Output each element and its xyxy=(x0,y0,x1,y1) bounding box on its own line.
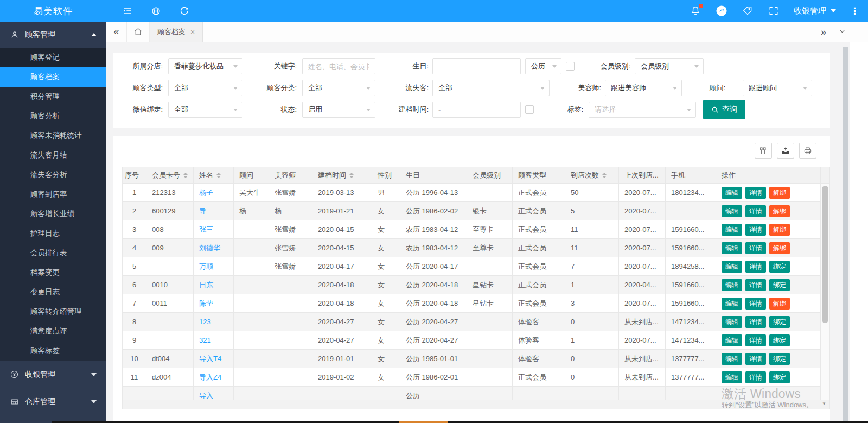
bell-icon[interactable] xyxy=(690,5,701,17)
action-button[interactable]: 详情 xyxy=(745,187,766,199)
sidebar-item[interactable]: 顾客标签 xyxy=(0,341,106,361)
sidebar-item[interactable]: 顾客未消耗统计 xyxy=(0,126,106,146)
column-settings-icon[interactable] xyxy=(755,143,772,159)
action-button[interactable]: 绑定 xyxy=(769,261,790,273)
action-button[interactable]: 详情 xyxy=(745,224,766,236)
fullscreen-icon[interactable] xyxy=(768,5,780,17)
action-button[interactable]: 绑定 xyxy=(769,334,790,346)
action-button[interactable]: 编辑 xyxy=(722,371,742,383)
action-button[interactable]: 解绑 xyxy=(769,205,790,217)
action-button[interactable]: 详情 xyxy=(745,353,766,365)
home-tab-button[interactable] xyxy=(127,22,150,42)
sidebar-item[interactable]: 变更日志 xyxy=(0,282,106,302)
action-button[interactable]: 详情 xyxy=(745,371,766,383)
customer-category-select[interactable]: 全部 xyxy=(302,80,375,96)
more-icon[interactable]: ⋮ xyxy=(850,5,859,17)
action-button[interactable]: 编辑 xyxy=(722,316,742,328)
col-header-card[interactable]: 会员卡号 xyxy=(146,167,194,184)
sort-icon[interactable] xyxy=(216,173,221,178)
branch-select[interactable]: 香菲蔓莎化妆品 xyxy=(168,58,242,74)
customer-name-link[interactable]: 导入T4 xyxy=(199,355,221,363)
action-button[interactable]: 绑定 xyxy=(769,279,790,291)
customer-name-link[interactable]: 123 xyxy=(199,318,211,326)
sidebar-group-customers[interactable]: 顾客管理 xyxy=(0,22,106,48)
action-button[interactable]: 绑定 xyxy=(769,371,790,383)
customer-name-link[interactable]: 导入Z4 xyxy=(199,373,221,381)
sidebar-item[interactable]: 新客增长业绩 xyxy=(0,204,106,224)
sidebar-item[interactable]: 流失客月结 xyxy=(0,146,106,165)
action-button[interactable]: 解绑 xyxy=(769,242,790,254)
collapse-menu-icon[interactable] xyxy=(122,5,133,17)
calendar-select[interactable]: 公历 xyxy=(525,58,561,74)
wechat-select[interactable]: 全部 xyxy=(168,102,242,118)
sidebar-item[interactable]: 档案变更 xyxy=(0,263,106,282)
customer-name-link[interactable]: 日东 xyxy=(199,281,213,289)
action-button[interactable]: 详情 xyxy=(745,298,766,310)
created-checkbox[interactable] xyxy=(525,105,534,114)
action-button[interactable]: 绑定 xyxy=(769,316,790,328)
action-button[interactable]: 编辑 xyxy=(722,224,742,236)
action-button[interactable]: 详情 xyxy=(745,261,766,273)
customer-type-select[interactable]: 全部 xyxy=(168,80,242,96)
sort-icon[interactable] xyxy=(349,173,354,178)
sidebar-group-warehouse[interactable]: 仓库管理 xyxy=(0,388,106,415)
action-button[interactable]: 详情 xyxy=(745,334,766,346)
export-icon[interactable] xyxy=(777,143,794,159)
print-icon[interactable] xyxy=(799,143,816,159)
action-button[interactable]: 详情 xyxy=(745,316,766,328)
sidebar-item[interactable]: 积分管理 xyxy=(0,87,106,106)
sidebar-item[interactable]: 顾客登记 xyxy=(0,48,106,67)
level-select[interactable]: 会员级别 xyxy=(635,58,704,74)
churn-select[interactable]: 全部 xyxy=(432,80,550,96)
action-button[interactable]: 编辑 xyxy=(722,334,742,346)
col-header-visits[interactable]: 到店次数 xyxy=(565,167,619,184)
action-button[interactable]: 详情 xyxy=(745,242,766,254)
customer-name-link[interactable]: 陈垫 xyxy=(199,299,213,307)
action-button[interactable]: 编辑 xyxy=(722,261,742,273)
sidebar-item[interactable]: 护理日志 xyxy=(0,224,106,243)
col-header-created[interactable]: 建档时间 xyxy=(312,167,372,184)
tag-icon[interactable] xyxy=(742,5,754,17)
search-button[interactable]: 查询 xyxy=(703,100,745,119)
action-button[interactable]: 编辑 xyxy=(722,242,742,254)
tab-customer-archive[interactable]: 顾客档案 × xyxy=(150,22,203,42)
user-menu[interactable]: 收银管理 xyxy=(794,6,836,16)
customer-name-link[interactable]: 万顺 xyxy=(199,262,213,270)
customer-name-link[interactable]: 导入 xyxy=(199,392,213,400)
status-select[interactable]: 启用 xyxy=(302,102,375,118)
action-button[interactable]: 详情 xyxy=(745,205,766,217)
sidebar-item[interactable]: 顾客分析 xyxy=(0,106,106,126)
col-header-name[interactable]: 姓名 xyxy=(194,167,234,184)
customer-name-link[interactable]: 杨子 xyxy=(199,188,213,197)
sidebar-group-cashier[interactable]: 收银管理 xyxy=(0,361,106,388)
action-button[interactable]: 详情 xyxy=(745,279,766,291)
action-button[interactable]: 编辑 xyxy=(722,279,742,291)
created-input[interactable] xyxy=(433,102,520,117)
action-button[interactable]: 编辑 xyxy=(722,205,742,217)
tabs-menu-button[interactable] xyxy=(838,27,846,38)
sidebar-item[interactable]: 流失客分析 xyxy=(0,165,106,185)
sidebar-item[interactable]: 满意度点评 xyxy=(0,321,106,341)
page-scrollbar-thumb[interactable] xyxy=(843,47,848,421)
sidebar-item[interactable]: 顾客转介绍管理 xyxy=(0,302,106,321)
customer-name-link[interactable]: 321 xyxy=(199,336,211,344)
keyword-input[interactable] xyxy=(303,59,375,74)
action-button[interactable]: 编辑 xyxy=(722,353,742,365)
tabs-scroll-right-button[interactable]: » xyxy=(821,27,826,38)
action-button[interactable]: 解绑 xyxy=(769,224,790,236)
customer-name-link[interactable]: 刘德华 xyxy=(199,244,220,252)
sort-icon[interactable] xyxy=(602,173,607,178)
tabs-scroll-left-button[interactable]: « xyxy=(106,22,127,42)
badge-circle-icon[interactable] xyxy=(716,5,727,17)
refresh-icon[interactable] xyxy=(178,5,190,17)
sidebar-item[interactable]: 顾客到店率 xyxy=(0,185,106,204)
birthday-input[interactable] xyxy=(433,59,520,74)
sidebar-item[interactable]: 顾客档案 xyxy=(0,67,106,87)
sort-icon[interactable] xyxy=(183,173,188,178)
action-button[interactable]: 编辑 xyxy=(722,298,742,310)
action-button[interactable]: 解绑 xyxy=(769,298,790,310)
customer-name-link[interactable]: 张三 xyxy=(199,225,213,233)
tags-select[interactable]: 请选择 xyxy=(589,102,696,118)
customer-name-link[interactable]: 导 xyxy=(199,207,206,215)
action-button[interactable]: 编辑 xyxy=(722,187,742,199)
